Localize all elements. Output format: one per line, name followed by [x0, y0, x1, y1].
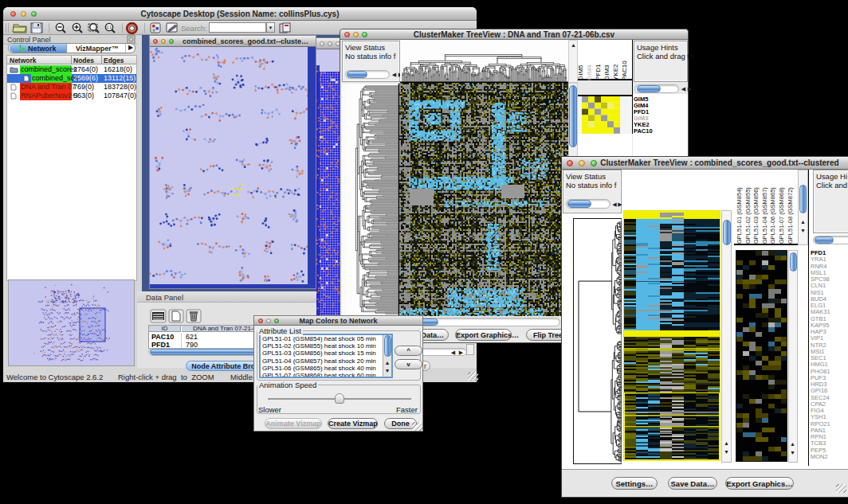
svg-text:1:1: 1:1	[107, 25, 112, 29]
